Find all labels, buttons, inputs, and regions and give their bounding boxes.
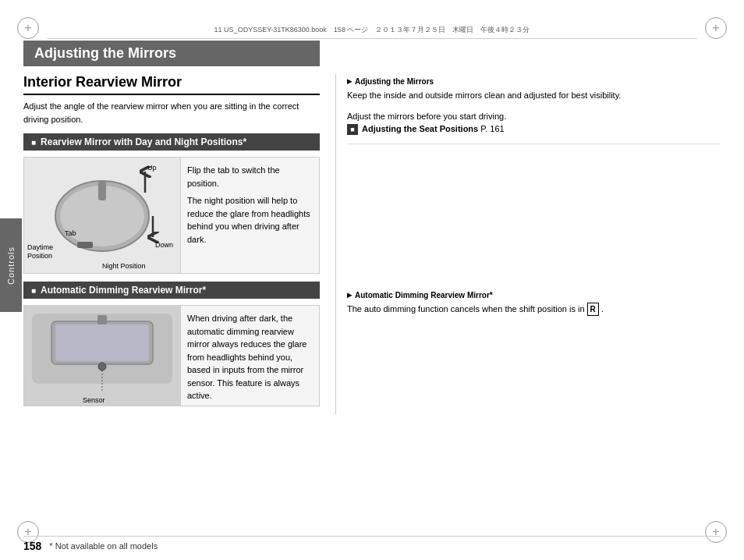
right-link-text: Adjusting the Seat Positions xyxy=(362,124,478,133)
right-note1-text: Keep the inside and outside mirrors clea… xyxy=(347,89,721,102)
section1-desc-line1: Flip the tab to switch the position. xyxy=(187,164,313,190)
sidebar-controls: Controls xyxy=(0,218,22,312)
svg-point-15 xyxy=(98,363,106,370)
section1-desc-line2: The night position will help to reduce t… xyxy=(187,194,313,246)
right-note1-body: Keep the inside and outside mirrors clea… xyxy=(347,90,621,100)
section2-description: When driving after dark, the automatic d… xyxy=(181,306,319,406)
section2-header: Automatic Dimming Rearview Mirror* xyxy=(23,282,320,299)
link-icon: ■ xyxy=(347,124,358,135)
page-number: 158 xyxy=(23,540,41,552)
section-header-title: Adjusting the Mirrors xyxy=(34,45,176,61)
r-box: R xyxy=(587,303,599,316)
corner-mark-tr xyxy=(705,17,727,39)
section2-desc: When driving after dark, the automatic d… xyxy=(187,312,313,402)
svg-text:Down: Down xyxy=(155,241,173,249)
section1-title: Rearview Mirror with Day and Night Posit… xyxy=(41,136,246,147)
footnote: * Not available on all models xyxy=(49,541,158,551)
svg-text:Night Position: Night Position xyxy=(102,262,146,270)
right-note1-text2: Adjust the mirrors before you start driv… xyxy=(347,112,506,121)
section2-title: Automatic Dimming Rearview Mirror* xyxy=(41,285,206,296)
right-column: Adjusting the Mirrors Keep the inside an… xyxy=(335,74,721,414)
svg-text:Up: Up xyxy=(147,164,157,172)
main-content: Adjusting the Mirrors Interior Rearview … xyxy=(23,41,721,529)
right-link-page: P. 161 xyxy=(480,124,504,133)
svg-text:Daytime: Daytime xyxy=(27,243,53,251)
svg-rect-16 xyxy=(97,315,107,324)
rearview-mirror-diagram: Tab Up Down Daytime Position Night Posit… xyxy=(23,157,320,274)
svg-rect-3 xyxy=(77,242,93,248)
intro-text: Adjust the angle of the rearview mirror … xyxy=(23,100,320,126)
file-info-bar: 11 US_ODYSSEY-31TK86300.book 158 ページ ２０１… xyxy=(47,25,697,39)
section-header: Adjusting the Mirrors xyxy=(23,41,320,66)
right-divider xyxy=(347,144,721,144)
right-note1-title-text: Adjusting the Mirrors xyxy=(355,77,434,86)
right-note2-title: Automatic Dimming Rearview Mirror* xyxy=(347,291,721,299)
svg-text:Position: Position xyxy=(27,252,52,260)
left-column: Interior Rearview Mirror Adjust the angl… xyxy=(23,74,320,414)
auto-dim-svg: Sensor xyxy=(24,306,180,406)
svg-rect-2 xyxy=(98,181,106,200)
section1-header: Rearview Mirror with Day and Night Posit… xyxy=(23,133,320,151)
svg-rect-14 xyxy=(55,324,149,361)
mirror-svg: Tab Up Down Daytime Position Night Posit… xyxy=(24,158,180,274)
sidebar-label-text: Controls xyxy=(6,246,16,285)
right-note1-link: Adjust the mirrors before you start driv… xyxy=(347,110,721,136)
auto-dim-diagram: Sensor When driving after dark, the auto… xyxy=(23,305,320,406)
right-note2-period: . xyxy=(601,304,604,314)
section1-description: Flip the tab to switch the position. The… xyxy=(181,158,319,273)
mirror-illustration: Tab Up Down Daytime Position Night Posit… xyxy=(24,158,181,273)
right-note2-text: The auto dimming function cancels when t… xyxy=(347,303,721,316)
page-footer: 158 * Not available on all models xyxy=(23,536,721,552)
auto-dim-illustration: Sensor xyxy=(24,306,181,406)
right-note2-title-text: Automatic Dimming Rearview Mirror* xyxy=(355,291,493,299)
svg-text:Tab: Tab xyxy=(65,229,76,237)
right-note2-body: The auto dimming function cancels when t… xyxy=(347,304,585,314)
content-columns: Interior Rearview Mirror Adjust the angl… xyxy=(23,74,721,414)
corner-mark-tl xyxy=(17,17,39,39)
right-note1-title: Adjusting the Mirrors xyxy=(347,77,721,86)
svg-text:Sensor: Sensor xyxy=(83,396,105,404)
right-spacer xyxy=(347,151,721,291)
page-title: Interior Rearview Mirror xyxy=(23,74,320,95)
